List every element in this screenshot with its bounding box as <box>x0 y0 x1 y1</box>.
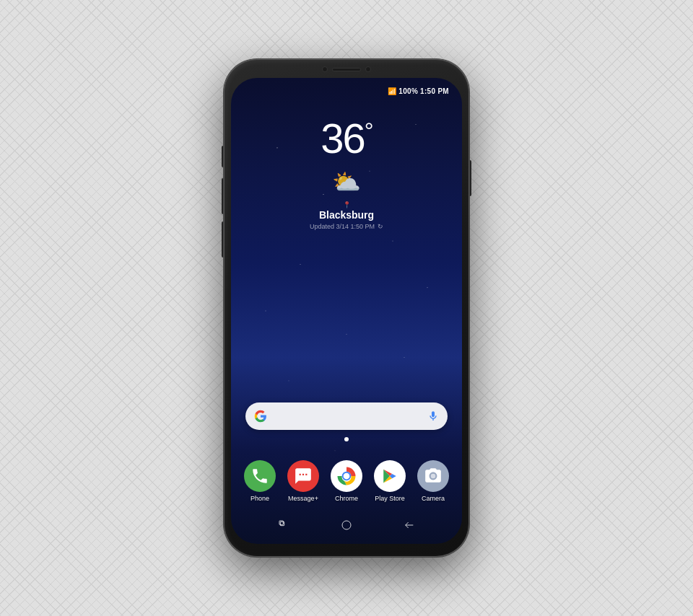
battery-icon: 100% <box>398 87 418 95</box>
signal-icon: 📶 <box>388 87 396 95</box>
phone-app-label: Phone <box>250 495 269 502</box>
city-name: Blacksburg <box>319 209 374 221</box>
refresh-icon: ↻ <box>378 223 383 230</box>
message-app-label: Message+ <box>288 495 318 502</box>
page-dot-active <box>344 437 349 441</box>
phone-device: 📶 100% 1:50 PM 36° ⛅ 📍 Blacksburg Update… <box>224 59 469 557</box>
front-sensor <box>365 66 371 72</box>
weather-widget[interactable]: 36° ⛅ 📍 Blacksburg Updated 3/14 1:50 PM … <box>231 118 462 230</box>
front-camera <box>322 66 328 72</box>
app-item-camera[interactable]: Camera <box>417 460 449 502</box>
camera-app-label: Camera <box>422 495 445 502</box>
navigation-bar <box>231 516 462 534</box>
weather-condition-icon: ⛅ <box>332 168 361 195</box>
updated-time: Updated 3/14 1:50 PM ↻ <box>310 223 383 230</box>
app-item-playstore[interactable]: Play Store <box>374 460 406 502</box>
svg-point-7 <box>342 521 351 529</box>
message-app-icon[interactable] <box>287 460 319 492</box>
mic-icon <box>427 410 439 422</box>
phone-app-icon[interactable] <box>244 460 276 492</box>
home-button[interactable] <box>338 516 355 534</box>
time-display: 1:50 PM <box>420 87 449 95</box>
temperature-display: 36° <box>321 118 372 159</box>
camera-app-icon[interactable] <box>417 460 449 492</box>
back-button[interactable] <box>401 516 418 534</box>
page-indicator <box>231 437 462 441</box>
earpiece-speaker <box>332 68 361 71</box>
status-bar: 📶 100% 1:50 PM <box>244 84 449 98</box>
google-search-bar[interactable] <box>245 402 448 430</box>
phone-shell: 📶 100% 1:50 PM 36° ⛅ 📍 Blacksburg Update… <box>224 59 469 557</box>
playstore-app-icon[interactable] <box>374 460 406 492</box>
status-icons: 📶 100% 1:50 PM <box>388 87 449 95</box>
svg-rect-6 <box>281 522 284 525</box>
playstore-app-label: Play Store <box>375 495 405 502</box>
app-item-phone[interactable]: Phone <box>244 460 276 502</box>
app-dock: Phone Message+ <box>231 460 462 502</box>
google-logo <box>254 410 267 423</box>
phone-screen[interactable]: 📶 100% 1:50 PM 36° ⛅ 📍 Blacksburg Update… <box>231 78 462 544</box>
chrome-app-icon[interactable] <box>331 460 362 492</box>
app-item-chrome[interactable]: Chrome <box>331 460 362 502</box>
svg-point-2 <box>344 473 350 480</box>
svg-rect-5 <box>279 521 283 524</box>
location-icon: 📍 <box>343 201 351 208</box>
app-item-message[interactable]: Message+ <box>287 460 319 502</box>
svg-point-4 <box>431 474 436 479</box>
power-button[interactable] <box>469 160 471 196</box>
front-camera-area <box>322 66 371 72</box>
recents-button[interactable] <box>275 516 292 534</box>
chrome-app-label: Chrome <box>335 495 358 502</box>
